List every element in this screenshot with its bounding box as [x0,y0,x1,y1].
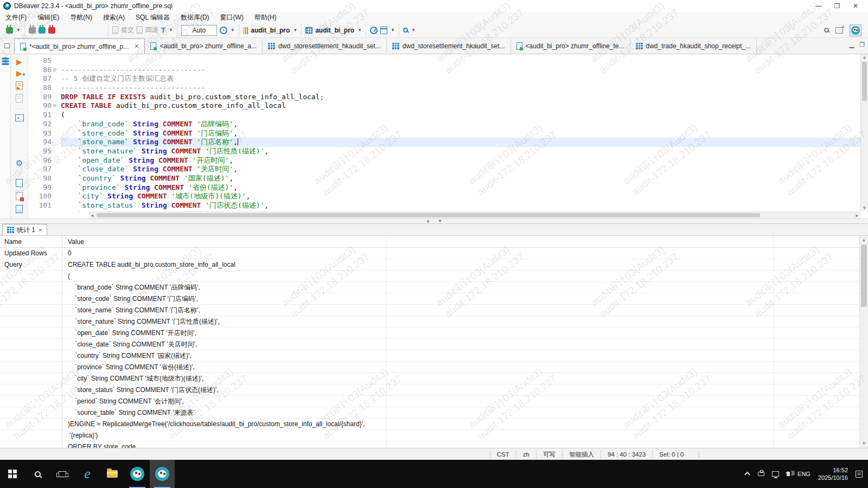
menu-item[interactable]: 搜索(A) [103,13,125,22]
editor-tab[interactable]: *<audit_bi_pro> zhumr_offline_p...✕ [14,38,145,54]
grid-row[interactable]: `province` String COMMENT '省份(描述)', [0,362,859,373]
commit-button[interactable]: 提交 [121,25,134,35]
menu-item[interactable]: 数据库(D) [181,13,209,22]
connect-icon[interactable] [29,27,36,34]
grid-row[interactable]: ( [0,271,859,282]
file-explorer-button[interactable] [100,460,125,488]
editor-tab[interactable]: dwd_storesettlement_hkaudit_set... [387,38,511,54]
dashboard-icon[interactable] [370,27,378,34]
search-dropdown-icon[interactable]: ▼ [411,28,416,33]
grid-row[interactable]: `period` String COMMENT '会计期间', [0,396,859,407]
taskbar-clock[interactable]: 16:52 2025/10/16 [818,466,848,481]
dbeaver-perspective-button[interactable] [850,24,861,36]
scroll-down-icon[interactable]: ▼ [861,205,868,211]
save-file-error-icon[interactable] [16,192,23,200]
menu-item[interactable]: SQL 编辑器 [136,13,170,22]
new-connection-dropdown-icon[interactable]: ▼ [16,28,21,33]
menu-item[interactable]: 编辑(E) [37,13,59,22]
code-area[interactable]: 8586⊖----------------------------------8… [28,54,868,219]
code-line[interactable]: 91( [28,111,860,120]
restore-panel-icon[interactable] [4,43,10,48]
open-perspective-icon[interactable] [835,27,843,34]
scroll-down-icon[interactable]: ▼ [860,440,868,447]
maximize-editor-icon[interactable]: ❐ [859,41,865,48]
scroll-right-icon[interactable]: ▶ [854,212,860,219]
code-line[interactable]: 100 `city` String COMMENT '城市(地级市)(描述)', [28,192,860,201]
transaction-log-icon[interactable]: T [161,26,165,34]
horizontal-scroll-thumb[interactable] [97,213,760,217]
compile-dropdown-icon[interactable]: ▼ [391,28,395,33]
code-line[interactable]: 90⊖CREATE TABLE audit_bi_pro.custom_stor… [28,101,860,111]
code-line[interactable]: 88---------------------------------- [28,84,860,93]
close-tab-icon[interactable]: ✕ [134,43,139,50]
editor-tab[interactable]: <audit_bi_pro> zhumr_offline_a... [145,38,263,54]
dbeaver-taskbar-button[interactable] [125,460,150,488]
compile-icon[interactable] [380,28,387,34]
commit-mode-combo[interactable]: Auto [181,25,217,36]
panel-vertical-scrollbar[interactable]: ▲ ▼ [859,236,868,448]
start-button[interactable] [0,460,25,488]
tab-statistics[interactable]: 统计 1 ✕ [2,224,47,235]
minimize-editor-icon[interactable]: ▁ [850,41,854,48]
menu-item[interactable]: 窗口(W) [220,13,244,22]
grid-row[interactable]: `country` String COMMENT '国家(描述)', [0,350,859,362]
maximize-button[interactable]: ❐ [828,1,846,11]
internet-explorer-button[interactable]: e [75,460,100,488]
rollback-button[interactable]: 回滚 [145,25,158,35]
taskbar-search-button[interactable] [25,460,50,488]
minimize-button[interactable]: — [809,1,828,11]
code-line[interactable]: 96 `open_date` String COMMENT '开店时间', [28,156,860,165]
editor-horizontal-scrollbar[interactable]: ◀ ▶ [89,211,860,219]
grid-row[interactable]: `city` String COMMENT '城市(地级市)(描述)', [0,373,859,384]
dbeaver-taskbar-button-active[interactable] [150,460,175,488]
usb-device-icon[interactable] [758,472,764,476]
disconnect-icon[interactable] [48,27,55,34]
action-center-icon[interactable] [856,471,863,478]
code-line[interactable]: 89DROP TABLE IF EXISTS audit_bi_pro.cust… [28,93,860,102]
code-line[interactable]: 99 `province` String COMMENT '省份(描述)', [28,183,860,192]
fold-marker-icon[interactable]: ⊖ [53,101,61,111]
grid-row[interactable]: )ENGINE = ReplicatedMergeTree('/clickhou… [0,419,859,430]
execute-script-icon[interactable] [16,81,23,89]
input-language[interactable]: ENG [797,471,810,477]
database-navigator-icon[interactable] [2,57,9,65]
menu-item[interactable]: 导航(N) [70,13,92,22]
grid-row[interactable]: `open_date` String COMMENT '开店时间', [0,328,859,339]
code-line[interactable]: 93 `store_code` String COMMENT '门店编码', [28,129,860,138]
sash-maximize-icon[interactable]: ▲ [426,219,430,223]
editor-vertical-scrollbar[interactable]: ▲ ▼ [860,54,868,211]
explain-plan-icon[interactable] [16,94,23,102]
grid-row[interactable]: Updated Rows0 [0,248,859,259]
schema-dropdown-icon[interactable]: ▼ [358,28,362,33]
scroll-up-icon[interactable]: ▲ [861,54,868,61]
close-button[interactable]: ✕ [846,1,865,11]
global-search-icon[interactable] [824,28,829,33]
editor-tab[interactable]: dwd_trade_hkaudit_shop_receipt_... [630,38,757,54]
grid-row[interactable]: `close_date` String COMMENT '关店时间', [0,339,859,350]
editor-tab[interactable]: <audit_bi_pro> zhumr_offline_te... [511,38,630,54]
volume-icon[interactable] [787,472,790,476]
grid-row[interactable]: '{replica}') [0,430,859,441]
code-line[interactable]: 86⊖---------------------------------- [28,66,860,75]
grid-row[interactable]: ORDER BY store_code [0,441,859,448]
editor-panel-sash[interactable]: ▲ ▼ [0,219,868,224]
grid-row[interactable]: `store_nature` String COMMENT '门店性质(描述)'… [0,316,859,328]
sql-console-icon[interactable]: >_ [15,114,24,121]
network-icon[interactable] [772,471,779,477]
grid-row[interactable]: `store_name` String COMMENT '门店名称', [0,305,859,316]
reconnect-icon[interactable] [39,27,46,34]
new-connection-icon[interactable] [6,27,13,34]
timer-dropdown-icon[interactable]: ▼ [231,28,235,33]
column-header-name[interactable]: Name [0,236,62,247]
execute-in-new-tab-icon[interactable]: ▶ [16,70,22,76]
execute-statement-icon[interactable]: ▶ [16,59,22,65]
sql-search-icon[interactable] [403,28,408,33]
code-line[interactable]: 94 `store_name` String COMMENT '门店名称', [28,138,860,147]
datasource-dropdown-icon[interactable]: ▼ [293,28,297,33]
code-line[interactable]: 95 `store_nature` String COMMENT '门店性质(描… [28,147,860,156]
editor-settings-icon[interactable]: ⚙ [16,159,23,167]
datasource-combo[interactable]: audit_bi_pro [251,27,290,34]
task-view-button[interactable] [50,460,75,488]
menu-item[interactable]: 文件(F) [5,13,27,22]
grid-row[interactable]: `source_table` String COMMENT '来源表' [0,407,859,419]
